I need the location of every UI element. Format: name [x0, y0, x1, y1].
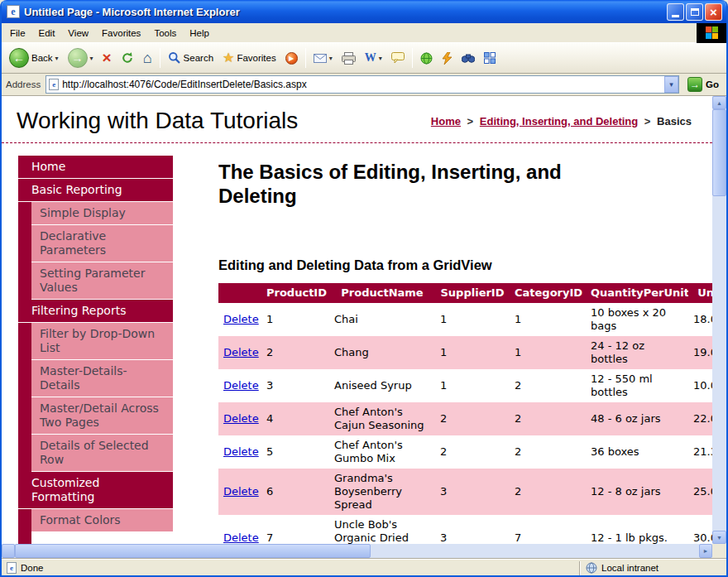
window-title: Untitled Page - Microsoft Internet Explo…	[24, 6, 663, 18]
delete-link[interactable]: Delete	[223, 485, 259, 498]
vertical-scroll-thumb[interactable]	[712, 109, 726, 196]
standard-buttons-toolbar: ← Back ▾ → ▾ × ⌂ Search	[2, 43, 726, 74]
delete-link[interactable]: Delete	[223, 379, 259, 392]
menu-help[interactable]: Help	[183, 25, 216, 41]
horizontal-scroll-thumb[interactable]	[15, 544, 371, 558]
menu-tools[interactable]: Tools	[147, 25, 183, 41]
title-bar[interactable]: e Untitled Page - Microsoft Internet Exp…	[2, 0, 726, 23]
categoryid-cell: 2	[510, 469, 586, 515]
back-dropdown-chevron[interactable]: ▾	[55, 55, 59, 62]
supplierid-cell: 2	[435, 402, 510, 435]
search-button[interactable]: Search	[164, 50, 218, 66]
menu-bar: File Edit View Favorites Tools Help	[2, 23, 726, 43]
grid-row: Delete 5 Chef Anton's Gumbo Mix 2 2 36 b…	[218, 435, 712, 469]
productid-cell: 7	[261, 515, 329, 544]
print-button[interactable]	[338, 50, 360, 66]
sidebar-item-master-detail-across-two-pages[interactable]: Master/Detail Across Two Pages	[31, 397, 173, 435]
delete-link[interactable]: Delete	[223, 346, 259, 358]
forward-button[interactable]: → ▾	[64, 46, 98, 70]
menu-edit[interactable]: Edit	[32, 25, 62, 41]
media-icon: ▶	[285, 52, 298, 65]
quantityperunit-cell: 48 - 6 oz jars	[586, 402, 688, 435]
forward-dropdown-chevron[interactable]: ▾	[90, 55, 93, 62]
productname-cell: Aniseed Syrup	[329, 369, 435, 402]
address-dropdown-button[interactable]: ▾	[664, 76, 678, 93]
sidebar-item-format-colors[interactable]: Format Colors	[31, 509, 173, 532]
breadcrumb-separator: >	[467, 115, 474, 127]
maximize-button[interactable]	[686, 3, 703, 21]
addon-globe-button[interactable]	[416, 50, 437, 66]
delete-link[interactable]: Delete	[223, 412, 259, 425]
delete-link[interactable]: Delete	[223, 313, 259, 325]
close-button[interactable]: ×	[705, 3, 722, 21]
sidebar-item-customized-formatting[interactable]: Customized Formatting	[18, 472, 173, 509]
column-header-unitprice: UnitPrice	[688, 283, 712, 303]
mail-button[interactable]: ▾	[309, 52, 337, 65]
maximize-icon	[691, 8, 699, 16]
horizontal-scroll-track[interactable]	[15, 544, 699, 558]
addon-grid-button[interactable]	[480, 50, 500, 65]
sidebar-item-declarative-parameters[interactable]: Declarative Parameters	[31, 225, 173, 262]
scroll-down-button[interactable]: ▼	[712, 531, 726, 544]
productid-cell: 5	[261, 435, 329, 469]
sidebar-item-filter-by-drop-down-list[interactable]: Filter by Drop-Down List	[31, 323, 173, 360]
minimize-button[interactable]	[667, 3, 684, 21]
grid-row: Delete 3 Aniseed Syrup 1 2 12 - 550 ml b…	[218, 369, 712, 402]
intranet-zone-icon	[586, 562, 597, 574]
go-button[interactable]: → Go	[684, 77, 722, 92]
sidebar-item-setting-parameter-values[interactable]: Setting Parameter Values	[31, 262, 173, 300]
productid-cell: 1	[261, 303, 329, 336]
productname-cell: Chef Anton's Gumbo Mix	[329, 435, 435, 469]
delete-link[interactable]: Delete	[223, 445, 259, 458]
status-bar: e Done Local intranet	[2, 558, 726, 577]
back-button[interactable]: ← Back ▾	[5, 46, 63, 70]
sidebar-item-basic-reporting[interactable]: Basic Reporting	[18, 179, 173, 202]
print-icon	[342, 52, 356, 65]
mail-icon	[314, 54, 327, 63]
breadcrumb-section-link[interactable]: Editing, Inserting, and Deleting	[480, 115, 638, 127]
address-input[interactable]: e http://localhost:4076/Code/EditInsertD…	[46, 75, 679, 94]
categoryid-cell: 7	[510, 515, 586, 544]
addon-lightning-button[interactable]	[438, 50, 457, 66]
edit-dropdown-chevron[interactable]: ▾	[379, 55, 382, 62]
media-button[interactable]: ▶	[281, 50, 302, 66]
lightning-icon	[442, 52, 453, 65]
menu-file[interactable]: File	[3, 25, 32, 41]
grid-header-row: ProductID ProductName SupplierID Categor…	[218, 283, 712, 303]
edit-button[interactable]: W ▾	[361, 50, 386, 66]
windows-logo-icon	[697, 23, 726, 43]
menu-favorites[interactable]: Favorites	[95, 25, 147, 41]
scroll-up-button[interactable]: ▲	[712, 96, 726, 109]
delete-link[interactable]: Delete	[223, 531, 259, 544]
column-header-quantityperunit: QuantityPerUnit	[586, 283, 688, 303]
vertical-scrollbar[interactable]: ▲ ▼	[712, 96, 726, 544]
vertical-scroll-track[interactable]	[712, 109, 726, 531]
unitprice-cell: 21.3500	[688, 435, 712, 469]
addon-research-button[interactable]	[457, 51, 479, 65]
home-icon: ⌂	[143, 51, 152, 65]
scroll-right-button[interactable]: ►	[699, 544, 712, 558]
column-header-productid: ProductID	[261, 283, 329, 303]
refresh-button[interactable]	[117, 50, 138, 66]
mail-dropdown-chevron[interactable]: ▾	[329, 55, 333, 62]
sidebar-item-master-details-details[interactable]: Master-Details-Details	[31, 360, 173, 397]
horizontal-scrollbar[interactable]: ►	[2, 544, 712, 558]
productid-cell: 6	[261, 469, 329, 515]
favorites-button[interactable]: ★ Favorites	[218, 50, 280, 66]
sidebar-item-details-of-selected-row[interactable]: Details of Selected Row	[31, 435, 173, 472]
breadcrumb-home-link[interactable]: Home	[431, 115, 461, 127]
binoculars-icon	[462, 53, 475, 63]
sidebar-item-filtering-reports[interactable]: Filtering Reports	[18, 300, 173, 323]
sidebar-item-home[interactable]: Home	[18, 156, 173, 179]
scroll-left-button[interactable]	[2, 544, 15, 558]
discuss-button[interactable]	[387, 50, 409, 65]
favorites-star-icon: ★	[223, 51, 234, 65]
home-button[interactable]: ⌂	[139, 50, 156, 66]
menu-view[interactable]: View	[61, 25, 95, 41]
close-icon: ×	[710, 6, 717, 18]
quantityperunit-cell: 12 - 550 ml bottles	[586, 369, 688, 402]
document-icon: e	[49, 79, 59, 90]
grid-row: Delete 2 Chang 1 1 24 - 12 oz bottles 19…	[218, 336, 712, 369]
sidebar-item-simple-display[interactable]: Simple Display	[31, 202, 173, 225]
stop-button[interactable]: ×	[98, 50, 116, 66]
